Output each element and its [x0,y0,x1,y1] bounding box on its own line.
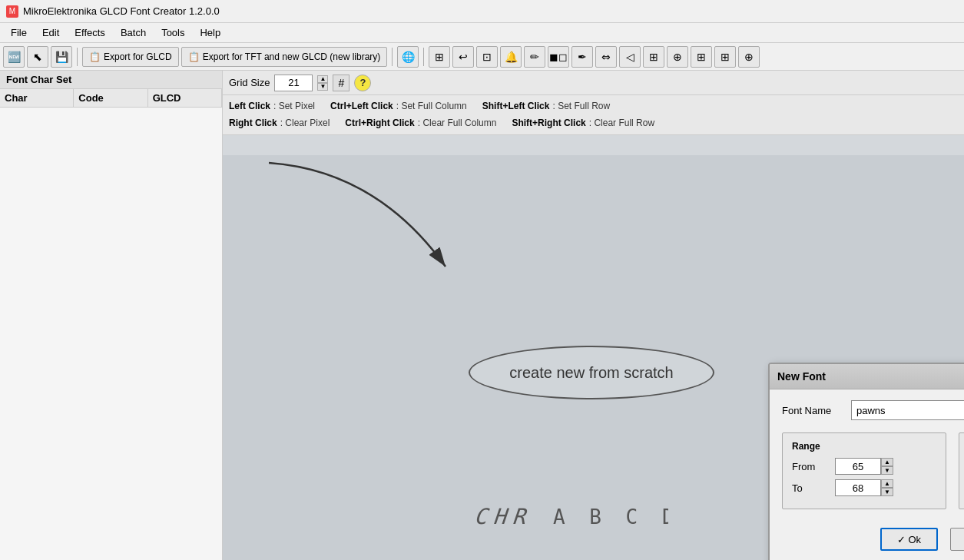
toolbar-btn-1[interactable]: ⊞ [429,46,450,68]
font-name-row: Font Name [782,400,964,420]
col-code: Code [74,89,147,107]
from-spin-up[interactable]: ▲ [881,458,893,466]
toolbar-btn-6[interactable]: ◼◻ [548,46,569,68]
menu-effects[interactable]: Effects [67,25,113,40]
menu-tools[interactable]: Tools [154,25,192,40]
shift-left-desc: : Set Full Row [552,98,610,115]
font-name-label: Font Name [782,405,843,416]
to-spinner-group: ▲ ▼ [835,479,893,496]
dialog-titlebar: New Font ✕ [770,364,964,389]
toolbar-globe-btn[interactable]: 🌐 [397,46,419,68]
menu-batch[interactable]: Batch [113,25,154,40]
toolbar-export-tft-btn[interactable]: 📋 Export for TFT and new GLCD (new libra… [181,47,388,67]
toolbar-btn-5[interactable]: ✏ [524,46,545,68]
menu-bar: File Edit Effects Batch Tools Help [0,23,964,43]
toolbar-btn-10[interactable]: ⊞ [643,46,664,68]
main-layout: Font Char Set Char Code GLCD Grid Size ▲… [0,71,964,560]
left-click-key: Left Click [229,98,270,115]
to-input[interactable] [835,479,881,496]
font-name-input[interactable] [851,400,964,420]
dialog-title: New Font [777,370,826,383]
left-panel: Font Char Set Char Code GLCD [0,71,223,560]
grid-size-up[interactable]: ▲ [317,75,328,83]
toolbar-btn-2[interactable]: ↩ [452,46,474,68]
export-glcd-label: Export for GLCD [104,51,172,62]
arrow-svg [223,155,453,386]
shortcuts-bar: Left Click : Set Pixel Ctrl+Left Click :… [223,95,964,135]
toolbar-btn-13[interactable]: ⊞ [714,46,736,68]
toolbar-save-btn[interactable]: 💾 [51,46,72,68]
toolbar-cursor-btn[interactable]: ⬉ [27,46,48,68]
app-title: MikroElektronika GLCD Font Creator 1.2.0… [23,5,220,17]
from-input[interactable] [835,458,881,475]
toolbar-btn-11[interactable]: ⊕ [667,46,688,68]
grid-size-label: Grid Size [229,77,270,88]
annotation-ellipse: create new from scratch [469,346,714,399]
dialog-body: Font Name Range From ▲ [770,389,964,560]
toolbar-btn-4[interactable]: 🔔 [500,46,522,68]
panels-row: Range From ▲ ▼ [782,432,964,509]
toolbar-btn-9[interactable]: ◁ [619,46,641,68]
left-panel-cols: Char Code GLCD [0,89,222,108]
toolbar: 🆕 ⬉ 💾 📋 Export for GLCD 📋 Export for TFT… [0,43,964,71]
to-label: To [792,482,830,494]
toolbar-btn-8[interactable]: ⇔ [595,46,617,68]
shortcut-right-click: Right Click : Clear Pixel [229,115,330,132]
from-label: From [792,461,830,472]
menu-file[interactable]: File [3,25,35,40]
shortcuts-row-2: Right Click : Clear Pixel Ctrl+Right Cli… [229,115,958,132]
cancel-button[interactable]: ✕ Cancel [950,528,964,551]
title-bar: M MikroElektronika GLCD Font Creator 1.2… [0,0,964,23]
menu-edit[interactable]: Edit [35,25,67,40]
range-label: Range [792,441,936,452]
grid-size-input[interactable] [274,75,313,91]
from-spinner-group: ▲ ▼ [835,458,893,475]
ctrl-left-desc: : Set Full Column [396,98,467,115]
font-size-panel: Font Size Width ▲ ▼ [959,432,964,509]
svg-text:CHR: CHR [476,504,532,529]
toolbar-btn-12[interactable]: ⊞ [691,46,712,68]
shortcut-ctrl-right: Ctrl+Right Click : Clear Full Column [345,115,496,132]
toolbar-new-btn[interactable]: 🆕 [3,46,25,68]
grid-size-down[interactable]: ▼ [317,83,328,91]
export-tft-icon: 📋 [188,51,200,62]
hash-btn[interactable]: # [333,75,349,91]
ctrl-left-key: Ctrl+Left Click [330,98,393,115]
shortcut-shift-right: Shift+Right Click : Clear Full Row [512,115,654,132]
ok-button[interactable]: ✓ Ok [880,528,938,551]
from-spin-down[interactable]: ▼ [881,466,893,475]
toolbar-btn-14[interactable]: ⊕ [738,46,760,68]
ctrl-right-desc: : Clear Full Column [418,115,497,132]
to-spin-up[interactable]: ▲ [881,479,893,488]
dialog-buttons: ✓ Ok ✕ Cancel [782,522,964,554]
right-click-key: Right Click [229,115,277,132]
toolbar-sep-3 [423,48,424,66]
toolbar-btn-7[interactable]: ✒ [571,46,593,68]
range-panel: Range From ▲ ▼ [782,432,946,509]
shortcuts-row-1: Left Click : Set Pixel Ctrl+Left Click :… [229,98,958,115]
shortcut-ctrl-left: Ctrl+Left Click : Set Full Column [330,98,467,115]
export-tft-label: Export for TFT and new GLCD (new library… [203,51,381,62]
shortcut-left-click: Left Click : Set Pixel [229,98,315,115]
toolbar-export-glcd-btn[interactable]: 📋 Export for GLCD [82,47,179,67]
from-row: From ▲ ▼ [792,458,936,475]
left-panel-content[interactable] [0,108,222,560]
menu-help[interactable]: Help [192,25,228,40]
shift-left-key: Shift+Left Click [482,98,550,115]
toolbar-btn-3[interactable]: ⊡ [476,46,498,68]
left-panel-header: Font Char Set [0,71,222,89]
app-icon: M [6,5,18,18]
grid-size-spinner[interactable]: ▲ ▼ [317,75,328,91]
char-preview-svg: CHR A B C D [476,493,668,539]
shift-right-key: Shift+Right Click [512,115,585,132]
toolbar-sep-1 [77,48,78,66]
from-spin-arrows[interactable]: ▲ ▼ [881,458,893,475]
to-spin-down[interactable]: ▼ [881,488,893,496]
help-btn[interactable]: ? [354,75,371,91]
shortcut-shift-left: Shift+Left Click : Set Full Row [482,98,610,115]
content-area: Grid Size ▲ ▼ # ? Left Click : Set Pixel… [223,71,964,560]
to-spin-arrows[interactable]: ▲ ▼ [881,479,893,496]
left-panel-title: Font Char Set [6,74,71,85]
new-font-dialog: New Font ✕ Font Name Range From [768,363,964,560]
annotation-text: create new from scratch [509,364,673,382]
